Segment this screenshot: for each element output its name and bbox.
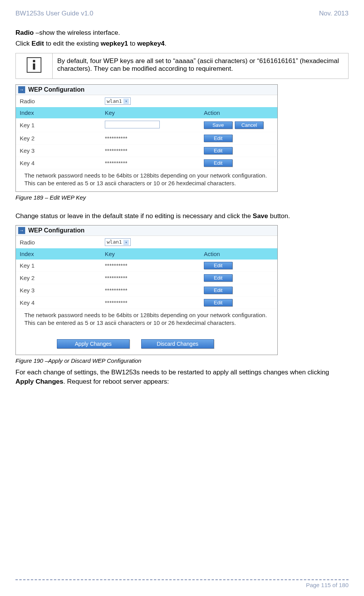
reboot-instruction: For each change of settings, the BW1253s… <box>15 368 349 386</box>
radio-label: Radio <box>15 29 34 36</box>
chevron-down-icon: ▾ <box>123 240 129 245</box>
cancel-button[interactable]: Cancel <box>235 121 263 129</box>
table-row: Key 2 ********** Edit <box>16 272 277 284</box>
wep-config-panel-edit: → WEP Configuration Radio wlan1▾ Index K… <box>15 84 278 192</box>
figure-caption-189: Figure 189 – Edit WEP Key <box>15 194 349 201</box>
col-index: Index <box>16 107 101 118</box>
col-action: Action <box>200 248 277 260</box>
edit-button[interactable]: Edit <box>204 135 232 142</box>
radio-desc-line: Radio –show the wireless interface. <box>15 28 349 38</box>
table-row: Key 1 ********** Edit <box>16 260 277 272</box>
page-footer: Page 115 of 180 <box>15 579 349 588</box>
page-header: BW1253s User Guide v1.0 Nov. 2013 <box>15 10 349 17</box>
figure-caption-190: Figure 190 –Apply or Discard WEP Configu… <box>15 357 349 364</box>
col-key: Key <box>101 107 200 118</box>
panel-title: WEP Configuration <box>28 86 84 93</box>
info-text: By default, four WEP keys are all set to… <box>53 53 349 79</box>
collapse-icon[interactable]: → <box>18 86 25 93</box>
collapse-icon[interactable]: → <box>18 227 25 234</box>
wep-config-panel-view: → WEP Configuration Radio wlan1▾ Index K… <box>15 225 278 355</box>
table-row: Key 2 ********** Edit <box>16 132 277 145</box>
table-row: Key 3 ********** Edit <box>16 145 277 157</box>
panel-title: WEP Configuration <box>28 227 84 234</box>
header-left: BW1253s User Guide v1.0 <box>15 10 93 17</box>
apply-changes-button[interactable]: Apply Changes <box>57 339 130 348</box>
info-callout: By default, four WEP keys are all set to… <box>15 53 349 79</box>
edit-instruction: Click Edit to edit the existing wepkey1 … <box>15 39 349 48</box>
header-right: Nov. 2013 <box>319 10 349 17</box>
save-instruction: Change status or leave in the default st… <box>15 212 349 221</box>
col-index: Index <box>16 248 101 260</box>
chevron-down-icon: ▾ <box>123 99 129 104</box>
radio-row-label: Radio <box>16 95 101 108</box>
page-number: Page 115 of 180 <box>15 582 349 588</box>
col-key: Key <box>101 248 200 260</box>
edit-button[interactable]: Edit <box>204 274 232 282</box>
discard-changes-button[interactable]: Discard Changes <box>141 339 214 348</box>
wep-key-input[interactable] <box>105 121 160 128</box>
edit-button[interactable]: Edit <box>204 287 232 294</box>
password-note: The network password needs to be 64bits … <box>16 309 277 331</box>
radio-select[interactable]: wlan1▾ <box>105 238 131 246</box>
table-row: Key 1 Save Cancel <box>16 118 277 132</box>
edit-button[interactable]: Edit <box>204 262 232 269</box>
radio-select[interactable]: wlan1▾ <box>105 97 131 105</box>
table-row: Key 4 ********** Edit <box>16 157 277 169</box>
radio-desc: –show the wireless interface. <box>34 29 120 36</box>
col-action: Action <box>200 107 277 118</box>
edit-button[interactable]: Edit <box>204 159 232 167</box>
radio-row-label: Radio <box>16 236 101 248</box>
save-button[interactable]: Save <box>204 121 232 129</box>
edit-button[interactable]: Edit <box>204 147 232 154</box>
info-icon <box>27 57 41 73</box>
table-row: Key 3 ********** Edit <box>16 284 277 296</box>
edit-button[interactable]: Edit <box>204 299 232 306</box>
password-note: The network password needs to be 64bits … <box>16 169 277 191</box>
table-row: Key 4 ********** Edit <box>16 296 277 309</box>
